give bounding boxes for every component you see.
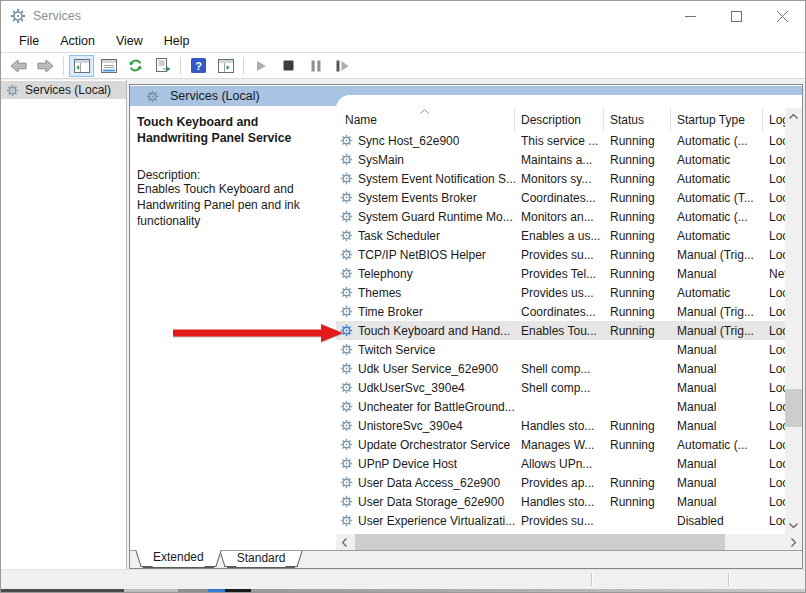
table-row[interactable]: SysMainMaintains a...RunningAutomaticLoc… (336, 150, 785, 169)
column-header-description[interactable]: Description (515, 108, 604, 131)
view-tabstrip: ExtendedStandard (130, 550, 802, 568)
cell-description: Coordinates... (515, 191, 604, 205)
properties-icon[interactable] (96, 55, 121, 77)
service-gear-icon (340, 286, 353, 299)
table-row[interactable]: UPnP Device HostAllows UPn...ManualLoca (336, 454, 785, 473)
cell-description: Monitors sy... (515, 172, 604, 186)
help-icon[interactable]: ? (186, 55, 211, 77)
column-header-startup-type[interactable]: Startup Type (671, 108, 763, 131)
pause-service-icon[interactable] (303, 55, 328, 77)
cell-log-on-as: Loca (763, 134, 785, 148)
restart-service-icon[interactable] (330, 55, 355, 77)
cell-startup-type: Manual (Trig... (671, 305, 763, 319)
horizontal-scrollbar[interactable] (336, 534, 802, 550)
service-gear-icon (340, 476, 353, 489)
export-list-icon[interactable] (150, 55, 175, 77)
show-action-pane-icon[interactable] (213, 55, 238, 77)
table-row[interactable]: Time BrokerCoordinates...RunningManual (… (336, 302, 785, 321)
table-row[interactable]: UdkUserSvc_390e4Shell comp...ManualLoca (336, 378, 785, 397)
minimize-button[interactable] (667, 1, 713, 31)
table-row[interactable]: Twitch ServiceManualLoca (336, 340, 785, 359)
cell-log-on-as: Loca (763, 191, 785, 205)
table-row[interactable]: User Data Access_62e900Provides ap...Run… (336, 473, 785, 492)
forward-icon[interactable] (33, 55, 58, 77)
vertical-scrollbar-thumb[interactable] (785, 389, 802, 427)
menu-file[interactable]: File (10, 32, 48, 51)
description-text: Enables Touch Keyboard and Handwriting P… (137, 182, 320, 229)
refresh-icon[interactable] (123, 55, 148, 77)
tab-standard[interactable]: Standard (227, 551, 296, 568)
tab-extended[interactable]: Extended (143, 550, 214, 568)
column-header-name[interactable]: Name (336, 108, 515, 131)
table-row[interactable]: System Guard Runtime Mo...Monitors an...… (336, 207, 785, 226)
service-gear-icon (340, 381, 353, 394)
cell-log-on-as: Loca (763, 324, 785, 338)
cell-startup-type: Manual (Trig... (671, 324, 763, 338)
cell-status: Running (604, 153, 671, 167)
statusbar-separator (591, 573, 592, 586)
table-row[interactable]: UnistoreSvc_390e4Handles sto...RunningMa… (336, 416, 785, 435)
table-row[interactable]: Task SchedulerEnables a us...RunningAuto… (336, 226, 785, 245)
statusbar-separator (728, 573, 729, 586)
menu-view[interactable]: View (107, 32, 152, 51)
cell-status: Running (604, 286, 671, 300)
service-gear-icon (340, 495, 353, 508)
table-row[interactable]: System Event Notification S...Monitors s… (336, 169, 785, 188)
cell-log-on-as: Loca (763, 362, 785, 376)
column-header-status[interactable]: Status (604, 108, 671, 131)
cell-startup-type: Automatic (... (671, 438, 763, 452)
cell-status: Running (604, 191, 671, 205)
horizontal-scrollbar-thumb[interactable] (355, 534, 725, 550)
table-row[interactable]: User Experience Virtualizati...Provides … (336, 511, 785, 530)
tree-item-services-local[interactable]: Services (Local) (1, 81, 126, 99)
cell-startup-type: Manual (671, 476, 763, 490)
show-console-tree-icon[interactable] (69, 55, 94, 77)
table-row[interactable]: Touch Keyboard and Hand...Enables Tou...… (336, 321, 785, 340)
description-label: Description: (137, 168, 320, 182)
toolbar: ? (1, 53, 805, 79)
cell-log-on-as: Loca (763, 153, 785, 167)
table-row[interactable]: Udk User Service_62e900Shell comp...Manu… (336, 359, 785, 378)
cell-name: UnistoreSvc_390e4 (336, 419, 515, 433)
console-tree-pane: Services (Local) (1, 80, 127, 569)
table-row[interactable]: TCP/IP NetBIOS HelperProvides su...Runni… (336, 245, 785, 264)
stop-service-icon[interactable] (276, 55, 301, 77)
close-button[interactable] (759, 1, 805, 31)
service-gear-icon (340, 172, 353, 185)
service-gear-icon (340, 305, 353, 318)
table-row[interactable]: Update Orchestrator ServiceManages W...R… (336, 435, 785, 454)
cell-description: Provides us... (515, 286, 604, 300)
cell-name: Sync Host_62e900 (336, 134, 515, 148)
cell-startup-type: Automatic (671, 229, 763, 243)
cell-name: System Guard Runtime Mo... (336, 210, 515, 224)
taskbar-sliver (1, 589, 805, 592)
start-service-icon[interactable] (249, 55, 274, 77)
scroll-right-icon[interactable] (785, 534, 802, 550)
cell-name: Twitch Service (336, 343, 515, 357)
band-title: Services (Local) (170, 89, 260, 103)
menu-help[interactable]: Help (155, 32, 199, 51)
table-row[interactable]: ThemesProvides us...RunningAutomaticLoca (336, 283, 785, 302)
cell-description: Provides Tel... (515, 267, 604, 281)
scroll-up-icon[interactable] (785, 108, 802, 125)
table-row[interactable]: User Data Storage_62e900Handles sto...Ru… (336, 492, 785, 511)
scroll-left-icon[interactable] (336, 534, 353, 550)
service-gear-icon (340, 134, 353, 147)
back-icon[interactable] (6, 55, 31, 77)
cell-description: Shell comp... (515, 362, 604, 376)
cell-description: Allows UPn... (515, 457, 604, 471)
table-row[interactable]: Sync Host_62e900This service ...RunningA… (336, 131, 785, 150)
service-gear-icon (340, 362, 353, 375)
vertical-scrollbar[interactable] (785, 108, 802, 534)
table-row[interactable]: System Events BrokerCoordinates...Runnin… (336, 188, 785, 207)
table-row[interactable]: TelephonyProvides Tel...RunningManualNet… (336, 264, 785, 283)
menu-action[interactable]: Action (51, 32, 104, 51)
cell-log-on-as: Loca (763, 229, 785, 243)
cell-startup-type: Automatic (... (671, 210, 763, 224)
services-table-body: Sync Host_62e900This service ...RunningA… (336, 131, 785, 530)
column-header-log-on-as[interactable]: Log (763, 108, 785, 131)
maximize-button[interactable] (713, 1, 759, 31)
scroll-down-icon[interactable] (785, 517, 802, 534)
table-row[interactable]: Uncheater for BattleGround...ManualLoca (336, 397, 785, 416)
cell-startup-type: Manual (671, 419, 763, 433)
